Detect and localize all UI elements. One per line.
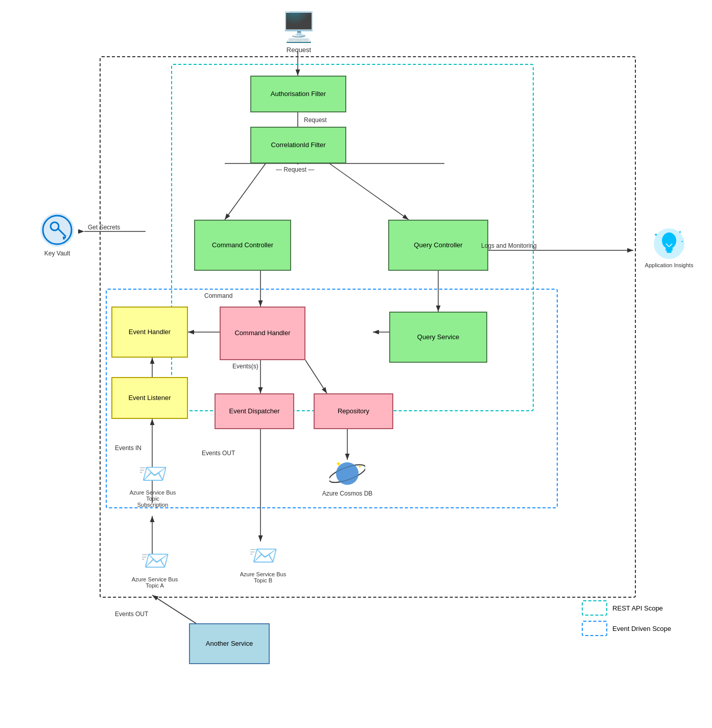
command-controller-box: Command Controller [194,220,291,271]
event-dispatcher-label: Event Dispatcher [229,407,280,416]
service-bus-b-icon: 📨 [249,542,278,569]
service-bus-b-label: Azure Service Bus Topic B [235,571,291,583]
auth-filter-label: Authorisation Filter [271,89,326,99]
auth-filter-box: Authorisation Filter [250,76,346,112]
computer-icon-container: 🖥️ Request [276,10,322,54]
legend-event-driven: Event Driven Scope [582,621,671,636]
get-secrets-label: Get Secrets [88,224,120,231]
service-bus-sub-label: Azure Service Bus Topic Subscription [125,489,181,508]
svg-text:✦: ✦ [681,240,683,243]
key-vault-icon [39,212,75,248]
repository-box: Repository [314,393,393,429]
events-s-label: Events(s) [232,363,258,370]
key-vault-label: Key Vault [44,250,70,257]
key-vault-container: Key Vault [32,212,83,257]
svg-text:✦: ✦ [336,460,342,468]
event-listener-label: Event Listener [128,393,171,403]
service-bus-a-icon: 📨 [140,547,170,574]
command-label: Command [204,292,232,299]
query-controller-box: Query Controller [388,220,488,271]
cosmos-db-icon: ✦ ✦ [329,457,365,488]
event-dispatcher-box: Event Dispatcher [215,393,294,429]
command-handler-label: Command Handler [234,328,290,338]
event-handler-box: Event Handler [111,307,188,358]
legend-event-driven-label: Event Driven Scope [612,625,671,632]
svg-text:✦: ✦ [358,464,362,469]
another-service-label: Another Service [206,639,253,648]
query-service-label: Query Service [417,333,459,342]
app-insights-icon: ✦ ✦ ✦ [653,227,685,260]
event-listener-box: Event Listener [111,377,188,419]
service-bus-a-container: 📨 Azure Service Bus Topic A [127,547,183,589]
query-controller-label: Query Controller [414,241,462,250]
another-service-box: Another Service [189,623,270,664]
app-insights-label: Application Insights [645,262,694,268]
svg-rect-36 [667,251,672,253]
service-bus-a-label: Azure Service Bus Topic A [127,576,183,589]
legend-event-driven-box [582,621,607,636]
correlation-filter-label: CorrelationId Filter [271,140,326,150]
events-out-2-label: Events OUT [115,610,148,618]
computer-icon: 🖥️ [281,10,317,44]
repository-label: Repository [338,407,369,416]
request-top-label: Request [287,46,311,54]
service-bus-sub-icon: 📨 [138,460,168,487]
query-service-box: Query Service [389,312,487,363]
svg-rect-35 [666,248,673,251]
svg-text:✦: ✦ [678,230,682,234]
cosmos-db-label: Azure Cosmos DB [322,490,373,497]
service-bus-b-container: 📨 Azure Service Bus Topic B [235,542,291,583]
request-mid-label: Request [304,116,327,124]
legend-rest-api-label: REST API Scope [612,604,663,612]
legend-area: REST API Scope Event Driven Scope [582,600,671,641]
app-insights-container: ✦ ✦ ✦ Application Insights [641,227,697,268]
legend-rest-api: REST API Scope [582,600,671,616]
legend-rest-api-box [582,600,607,616]
event-handler-label: Event Handler [129,327,171,337]
command-controller-label: Command Controller [212,241,273,250]
diagram-container: 🖥️ Request Authorisation Filter Request … [0,0,712,728]
correlation-filter-box: CorrelationId Filter [250,127,346,163]
command-handler-box: Command Handler [220,307,305,360]
logs-monitoring-label: Logs and Monitoring [481,242,537,249]
request-fork-label: — Request — [276,166,314,173]
events-in-label: Events IN [115,444,141,452]
svg-text:✦: ✦ [654,232,658,238]
events-out-1-label: Events OUT [202,450,235,457]
cosmos-db-container: ✦ ✦ Azure Cosmos DB [314,457,381,497]
service-bus-sub-container: 📨 Azure Service Bus Topic Subscription [125,460,181,508]
